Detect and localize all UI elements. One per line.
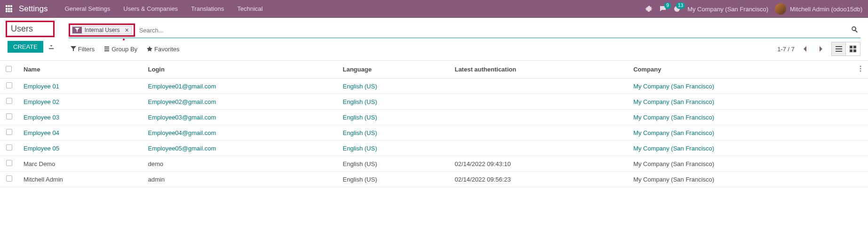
- cell-name[interactable]: Employee 01: [18, 79, 143, 94]
- table-row[interactable]: Employee 04Employee04@gmail.comEnglish (…: [0, 125, 868, 141]
- pager: 1-7 / 7: [777, 43, 827, 55]
- main-nav: Settings General Settings Users & Compan…: [0, 0, 868, 18]
- row-checkbox[interactable]: [6, 98, 12, 104]
- facet-label: Internal Users: [82, 27, 123, 33]
- cell-latest-auth: [449, 94, 628, 110]
- cell-name[interactable]: Employee 03: [18, 110, 143, 125]
- menu-users-companies[interactable]: Users & Companies: [117, 0, 184, 18]
- avatar: [775, 3, 786, 15]
- svg-point-2: [860, 71, 861, 72]
- pager-next-icon[interactable]: [815, 43, 827, 55]
- col-language[interactable]: Language: [337, 61, 449, 79]
- pager-text[interactable]: 1-7 / 7: [777, 46, 795, 53]
- row-checkbox[interactable]: [6, 129, 12, 135]
- page-title: Users: [6, 21, 55, 37]
- group-by-button[interactable]: Group By: [104, 46, 137, 53]
- cell-company[interactable]: My Company (San Francisco): [628, 125, 854, 141]
- cell-login[interactable]: admin: [143, 172, 337, 187]
- debug-icon[interactable]: [645, 5, 653, 13]
- cell-login[interactable]: Employee01@gmail.com: [143, 79, 337, 94]
- annotation-dot: [123, 39, 125, 40]
- cell-latest-auth: [449, 125, 628, 141]
- activities-icon[interactable]: 13: [673, 5, 681, 13]
- user-name: Mitchell Admin (odoo15db): [790, 6, 862, 13]
- table-row[interactable]: Employee 02Employee02@gmail.comEnglish (…: [0, 94, 868, 110]
- facet-remove-icon[interactable]: ×: [122, 26, 131, 34]
- messaging-icon[interactable]: 9: [659, 5, 667, 13]
- col-login[interactable]: Login: [143, 61, 337, 79]
- cell-language[interactable]: English (US): [337, 172, 449, 187]
- cell-latest-auth: 02/14/2022 09:43:10: [449, 156, 628, 172]
- cell-company[interactable]: My Company (San Francisco): [628, 110, 854, 125]
- table-row[interactable]: Marc DemodemoEnglish (US)02/14/2022 09:4…: [0, 156, 868, 172]
- cell-language[interactable]: English (US): [337, 110, 449, 125]
- col-company[interactable]: Company: [628, 61, 854, 79]
- table-row[interactable]: Mitchell AdminadminEnglish (US)02/14/202…: [0, 172, 868, 187]
- row-checkbox[interactable]: [6, 175, 12, 182]
- table-row[interactable]: Employee 03Employee03@gmail.comEnglish (…: [0, 110, 868, 125]
- cell-name[interactable]: Marc Demo: [18, 156, 143, 172]
- cell-latest-auth: [449, 141, 628, 156]
- cell-language[interactable]: English (US): [337, 125, 449, 141]
- pager-prev-icon[interactable]: [799, 43, 811, 55]
- users-table: Name Login Language Latest authenticatio…: [0, 60, 868, 187]
- col-latest-auth[interactable]: Latest authentication: [449, 61, 628, 79]
- cell-company[interactable]: My Company (San Francisco): [628, 141, 854, 156]
- menu-technical[interactable]: Technical: [231, 0, 269, 18]
- cell-login[interactable]: demo: [143, 156, 337, 172]
- filters-button[interactable]: Filters: [71, 46, 95, 53]
- search-bar[interactable]: Internal Users ×: [69, 24, 860, 38]
- list-view-icon[interactable]: [832, 42, 846, 56]
- row-checkbox[interactable]: [6, 113, 12, 119]
- kebab-icon: [860, 66, 861, 73]
- cell-language[interactable]: English (US): [337, 94, 449, 110]
- cell-company[interactable]: My Company (San Francisco): [628, 94, 854, 110]
- cell-company[interactable]: My Company (San Francisco): [628, 79, 854, 94]
- search-facet-highlight: Internal Users ×: [69, 24, 135, 37]
- col-name[interactable]: Name: [18, 61, 143, 79]
- cell-login[interactable]: Employee02@gmail.com: [143, 94, 337, 110]
- user-menu[interactable]: Mitchell Admin (odoo15db): [775, 3, 862, 15]
- company-switcher[interactable]: My Company (San Francisco): [687, 6, 768, 13]
- table-row[interactable]: Employee 01Employee01@gmail.comEnglish (…: [0, 79, 868, 94]
- cell-name[interactable]: Employee 02: [18, 94, 143, 110]
- cell-login[interactable]: Employee05@gmail.com: [143, 141, 337, 156]
- search-icon[interactable]: [849, 26, 860, 35]
- row-checkbox[interactable]: [6, 160, 12, 166]
- cell-latest-auth: [449, 79, 628, 94]
- cell-company[interactable]: My Company (San Francisco): [628, 172, 854, 187]
- cell-login[interactable]: Employee03@gmail.com: [143, 110, 337, 125]
- cell-latest-auth: [449, 110, 628, 125]
- svg-point-0: [860, 66, 861, 67]
- cell-latest-auth: 02/14/2022 09:56:23: [449, 172, 628, 187]
- import-icon[interactable]: [48, 43, 55, 51]
- row-checkbox[interactable]: [6, 144, 12, 151]
- select-all-checkbox[interactable]: [6, 66, 12, 72]
- svg-point-1: [860, 68, 861, 70]
- view-switcher: [831, 42, 860, 56]
- col-options[interactable]: [854, 61, 868, 79]
- kanban-view-icon[interactable]: [846, 42, 860, 56]
- cell-name[interactable]: Employee 05: [18, 141, 143, 156]
- apps-menu-icon[interactable]: [6, 5, 13, 13]
- select-all-col: [0, 61, 18, 79]
- messaging-badge: 9: [664, 2, 671, 9]
- cell-login[interactable]: Employee04@gmail.com: [143, 125, 337, 141]
- create-button[interactable]: CREATE: [8, 41, 43, 53]
- cell-company[interactable]: My Company (San Francisco): [628, 156, 854, 172]
- row-checkbox[interactable]: [6, 82, 12, 88]
- filter-icon: [72, 27, 82, 33]
- menu-translations[interactable]: Translations: [184, 0, 231, 18]
- search-input[interactable]: [138, 25, 849, 35]
- search-facet: Internal Users ×: [72, 26, 132, 34]
- cell-name[interactable]: Mitchell Admin: [18, 172, 143, 187]
- app-name[interactable]: Settings: [19, 4, 48, 14]
- menu-general-settings[interactable]: General Settings: [58, 0, 117, 18]
- activities-badge: 13: [676, 2, 685, 9]
- cell-language[interactable]: English (US): [337, 156, 449, 172]
- cell-language[interactable]: English (US): [337, 141, 449, 156]
- table-row[interactable]: Employee 05Employee05@gmail.comEnglish (…: [0, 141, 868, 156]
- cell-name[interactable]: Employee 04: [18, 125, 143, 141]
- favorites-button[interactable]: Favorites: [147, 46, 179, 53]
- cell-language[interactable]: English (US): [337, 79, 449, 94]
